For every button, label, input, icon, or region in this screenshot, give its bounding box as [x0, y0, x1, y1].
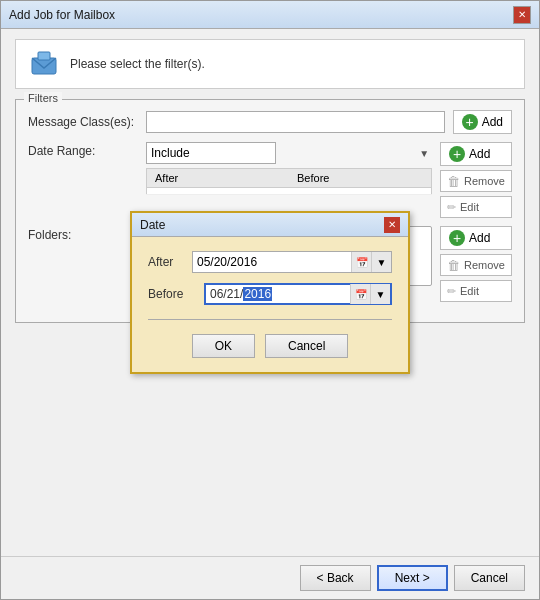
folders-label: Folders: [28, 226, 138, 242]
folders-right-buttons: + Add 🗑 Remove ✏ Edit [440, 226, 512, 302]
date-add-plus-icon: + [449, 146, 465, 162]
cancel-button[interactable]: Cancel [454, 565, 525, 591]
window-close-button[interactable]: ✕ [513, 6, 531, 24]
dialog-cancel-button[interactable]: Cancel [265, 334, 348, 358]
folders-add-label: Add [469, 231, 490, 245]
date-range-remove-button[interactable]: 🗑 Remove [440, 170, 512, 192]
add-label-text: Add [482, 115, 503, 129]
after-cell [147, 188, 290, 195]
remove-icon: 🗑 [447, 174, 460, 189]
dropdown-arrow-icon: ▼ [419, 148, 429, 159]
edit-icon: ✏ [447, 201, 456, 214]
before-cell [289, 188, 432, 195]
back-button[interactable]: < Back [300, 565, 371, 591]
dialog-close-button[interactable]: ✕ [384, 217, 400, 233]
folders-add-plus-icon: + [449, 230, 465, 246]
include-dropdown[interactable]: Include [146, 142, 276, 164]
dialog-body: After 📅 ▼ Before 06/21/2016 📅 [132, 237, 408, 372]
window-title: Add Job for Mailbox [9, 8, 115, 22]
dialog-after-label: After [148, 255, 182, 269]
info-text: Please select the filter(s). [70, 57, 205, 71]
dialog-before-label: Before [148, 287, 194, 301]
folders-edit-icon: ✏ [447, 285, 456, 298]
date-range-table: After Before [146, 168, 432, 195]
dialog-before-input-wrapper: 06/21/2016 📅 ▼ [204, 283, 392, 305]
dialog-after-input-wrapper: 📅 ▼ [192, 251, 392, 273]
date-range-content: Include ▼ After Before [146, 142, 432, 195]
date-range-row: Date Range: Include ▼ After [28, 142, 512, 218]
folders-remove-icon: 🗑 [447, 258, 460, 273]
date-edit-label: Edit [460, 201, 479, 213]
folders-add-button[interactable]: + Add [440, 226, 512, 250]
dialog-divider [148, 319, 392, 320]
dialog-title: Date [140, 218, 165, 232]
folders-edit-label: Edit [460, 285, 479, 297]
add-plus-icon: + [462, 114, 478, 130]
date-range-right-buttons: + Add 🗑 Remove ✏ Edit [440, 142, 512, 218]
message-classes-input[interactable] [146, 111, 445, 133]
dialog-before-row: Before 06/21/2016 📅 ▼ [148, 283, 392, 305]
dialog-title-bar: Date ✕ [132, 213, 408, 237]
dialog-after-row: After 📅 ▼ [148, 251, 392, 273]
main-window: Add Job for Mailbox ✕ Please select the … [0, 0, 540, 600]
dialog-after-calendar-button[interactable]: 📅 [351, 252, 371, 272]
title-bar: Add Job for Mailbox ✕ [1, 1, 539, 29]
dialog-buttons: OK Cancel [148, 334, 392, 358]
dialog-before-dropdown-button[interactable]: ▼ [370, 284, 390, 304]
bottom-bar: < Back Next > Cancel [1, 556, 539, 599]
date-dialog: Date ✕ After 📅 ▼ [130, 211, 410, 374]
folders-remove-label: Remove [464, 259, 505, 271]
date-range-add-button[interactable]: + Add [440, 142, 512, 166]
folders-edit-button[interactable]: ✏ Edit [440, 280, 512, 302]
filters-legend: Filters [24, 92, 62, 104]
message-classes-label: Message Class(es): [28, 115, 138, 129]
message-classes-row: Message Class(es): + Add [28, 110, 512, 134]
mailbox-icon [28, 48, 60, 80]
dialog-ok-button[interactable]: OK [192, 334, 255, 358]
info-bar: Please select the filter(s). [15, 39, 525, 89]
next-button[interactable]: Next > [377, 565, 448, 591]
col-after-header: After [147, 169, 290, 188]
content-area: Please select the filter(s). Filters Mes… [1, 29, 539, 556]
include-dropdown-wrapper: Include ▼ [146, 142, 432, 164]
date-remove-label: Remove [464, 175, 505, 187]
message-classes-add-button[interactable]: + Add [453, 110, 512, 134]
date-range-label: Date Range: [28, 142, 138, 158]
table-row [147, 188, 432, 195]
date-add-label: Add [469, 147, 490, 161]
dialog-after-input[interactable] [193, 252, 351, 272]
dialog-before-calendar-button[interactable]: 📅 [350, 284, 370, 304]
folders-remove-button[interactable]: 🗑 Remove [440, 254, 512, 276]
svg-rect-1 [38, 52, 50, 60]
date-range-edit-button[interactable]: ✏ Edit [440, 196, 512, 218]
dialog-after-dropdown-button[interactable]: ▼ [371, 252, 391, 272]
col-before-header: Before [289, 169, 432, 188]
